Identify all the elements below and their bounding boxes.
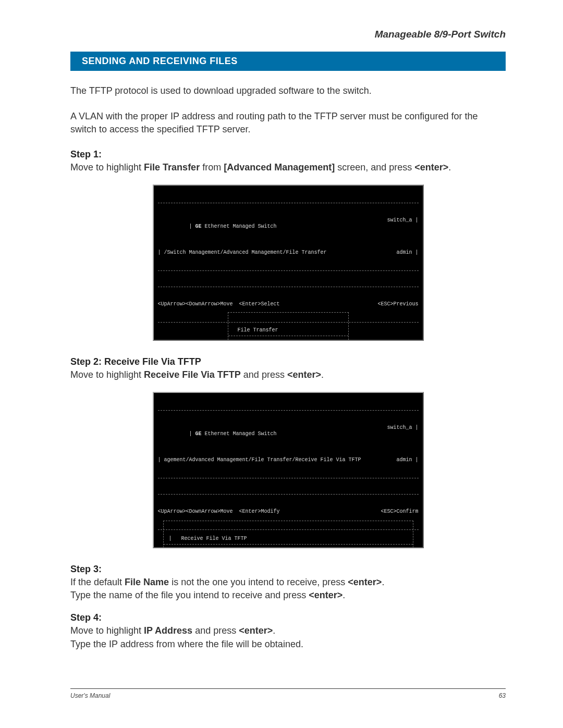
step-2-label: Step 2: Receive File Via TFTP <box>70 356 506 367</box>
term1-footer-left: <UpArrow><DownArrow>Move <Enter>Select <box>158 301 280 308</box>
document-header: Manageable 8/9-Port Switch <box>70 29 506 40</box>
term2-brand-rest: Ethernet Managed Switch <box>205 431 277 437</box>
step-1-label: Step 1: <box>70 149 506 160</box>
step-4-text: Move to highlight IP Address and press <… <box>70 624 506 650</box>
term2-host: switch_a <box>387 425 412 430</box>
term1-user: admin <box>396 250 412 255</box>
term2-user: admin <box>396 457 412 463</box>
page-footer: User's Manual 63 <box>70 688 506 699</box>
term2-brand-ge: GE <box>195 431 205 437</box>
terminal-screenshot-1: | GE Ethernet Managed Switch switch_a | … <box>153 184 424 341</box>
step-1-text: Move to highlight File Transfer from [Ad… <box>70 161 506 174</box>
intro-paragraph-1: The TFTP protocol is used to download up… <box>70 84 506 97</box>
term1-brand-rest: Ethernet Managed Switch <box>205 224 277 229</box>
term1-footer-right: <ESC>Previous <box>377 301 418 308</box>
term1-breadcrumb: /Switch Management/Advanced Management/F… <box>164 250 327 255</box>
footer-page-number: 63 <box>499 692 506 699</box>
term1-host: switch_a <box>387 217 412 223</box>
section-heading: SENDING AND RECEIVING FILES <box>70 52 506 71</box>
intro-paragraph-2: A VLAN with the proper IP address and ro… <box>70 110 506 136</box>
step-4-label: Step 4: <box>70 612 506 623</box>
step-3-text: If the default File Name is not the one … <box>70 576 506 602</box>
step-2-text: Move to highlight Receive File Via TFTP … <box>70 368 506 381</box>
term2-footer-right: <ESC>Confirm <box>381 509 418 515</box>
terminal-screenshot-2: | GE Ethernet Managed Switch switch_a | … <box>153 392 424 548</box>
term1-brand-ge: GE <box>195 224 205 229</box>
term2-breadcrumb: agement/Advanced Management/File Transfe… <box>164 457 361 463</box>
term2-footer-left: <UpArrow><DownArrow>Move <Enter>Modify <box>158 509 280 515</box>
footer-left: User's Manual <box>70 692 110 699</box>
step-3-label: Step 3: <box>70 564 506 575</box>
